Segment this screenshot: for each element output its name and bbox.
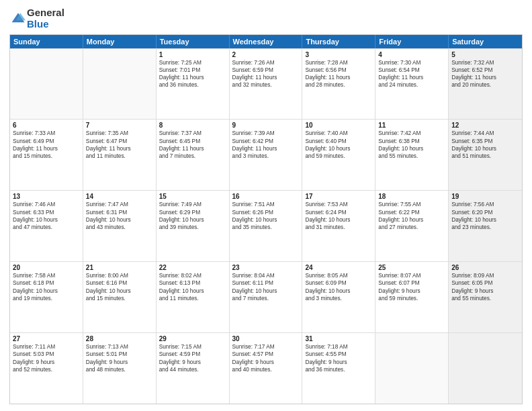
- calendar: SundayMondayTuesdayWednesdayThursdayFrid…: [9, 34, 523, 405]
- daylight-text-cont: and 59 minutes.: [378, 295, 445, 302]
- day-number: 29: [159, 335, 226, 342]
- sunset-text: Sunset: 6:24 PM: [305, 209, 372, 216]
- cal-cell: [449, 333, 522, 404]
- daylight-text: Daylight: 10 hours: [86, 216, 153, 224]
- daylight-text: Daylight: 10 hours: [232, 216, 300, 224]
- daylight-text: Daylight: 11 hours: [159, 74, 226, 81]
- cal-cell: 1Sunrise: 7:25 AMSunset: 7:01 PMDaylight…: [157, 49, 230, 120]
- cal-cell: 31Sunrise: 7:18 AMSunset: 4:55 PMDayligh…: [302, 333, 375, 404]
- daylight-text: Daylight: 10 hours: [159, 287, 226, 295]
- sunset-text: Sunset: 6:07 PM: [378, 279, 445, 287]
- sunset-text: Sunset: 6:42 PM: [232, 138, 300, 145]
- cal-cell: 4Sunrise: 7:30 AMSunset: 6:54 PMDaylight…: [375, 49, 449, 120]
- daylight-text-cont: and 28 minutes.: [305, 81, 372, 89]
- cal-cell: 7Sunrise: 7:35 AMSunset: 6:47 PMDaylight…: [83, 120, 157, 190]
- daylight-text: Daylight: 10 hours: [305, 145, 372, 152]
- sunset-text: Sunset: 6:35 PM: [451, 138, 519, 145]
- cal-cell: 5Sunrise: 7:32 AMSunset: 6:52 PMDaylight…: [449, 49, 522, 120]
- cal-cell: 9Sunrise: 7:39 AMSunset: 6:42 PMDaylight…: [230, 120, 303, 190]
- sunrise-text: Sunrise: 7:28 AM: [305, 59, 372, 66]
- daylight-text: Daylight: 9 hours: [451, 287, 519, 295]
- daylight-text: Daylight: 9 hours: [378, 287, 445, 295]
- cal-cell: 25Sunrise: 8:07 AMSunset: 6:07 PMDayligh…: [375, 262, 449, 332]
- daylight-text: Daylight: 11 hours: [86, 145, 153, 152]
- day-number: 25: [378, 264, 445, 271]
- daylight-text-cont: and 36 minutes.: [159, 81, 226, 89]
- day-number: 7: [86, 122, 153, 129]
- daylight-text-cont: and 19 minutes.: [13, 295, 80, 302]
- daylight-text: Daylight: 10 hours: [451, 145, 519, 152]
- sunset-text: Sunset: 4:59 PM: [159, 351, 226, 358]
- cal-cell: 23Sunrise: 8:04 AMSunset: 6:11 PMDayligh…: [230, 262, 303, 332]
- sunset-text: Sunset: 6:47 PM: [86, 138, 153, 145]
- sunrise-text: Sunrise: 7:17 AM: [232, 343, 300, 351]
- sunset-text: Sunset: 6:18 PM: [13, 279, 80, 287]
- calendar-body: 1Sunrise: 7:25 AMSunset: 7:01 PMDaylight…: [10, 48, 522, 404]
- cal-cell: 2Sunrise: 7:26 AMSunset: 6:59 PMDaylight…: [230, 49, 303, 120]
- daylight-text-cont: and 44 minutes.: [159, 366, 226, 373]
- daylight-text-cont: and 15 minutes.: [13, 152, 80, 160]
- day-number: 13: [13, 193, 80, 200]
- daylight-text-cont: and 32 minutes.: [232, 81, 300, 89]
- cal-cell: 21Sunrise: 8:00 AMSunset: 6:16 PMDayligh…: [83, 262, 157, 332]
- daylight-text: Daylight: 10 hours: [86, 287, 153, 295]
- sunset-text: Sunset: 6:11 PM: [232, 279, 300, 287]
- logo-icon: [11, 11, 26, 26]
- sunrise-text: Sunrise: 7:58 AM: [13, 272, 80, 279]
- daylight-text-cont: and 55 minutes.: [378, 152, 445, 160]
- cal-cell: 11Sunrise: 7:42 AMSunset: 6:38 PMDayligh…: [375, 120, 449, 190]
- daylight-text-cont: and 15 minutes.: [86, 295, 153, 302]
- cal-cell: 24Sunrise: 8:05 AMSunset: 6:09 PMDayligh…: [302, 262, 375, 332]
- sunrise-text: Sunrise: 7:39 AM: [232, 130, 300, 137]
- sunrise-text: Sunrise: 8:00 AM: [86, 272, 153, 279]
- cal-cell: 30Sunrise: 7:17 AMSunset: 4:57 PMDayligh…: [230, 333, 303, 404]
- sunset-text: Sunset: 6:26 PM: [232, 209, 300, 216]
- sunset-text: Sunset: 4:55 PM: [305, 351, 372, 358]
- daylight-text-cont: and 55 minutes.: [451, 295, 519, 302]
- cal-cell: 22Sunrise: 8:02 AMSunset: 6:13 PMDayligh…: [157, 262, 230, 332]
- cal-cell: 16Sunrise: 7:51 AMSunset: 6:26 PMDayligh…: [230, 191, 303, 261]
- daylight-text: Daylight: 9 hours: [232, 359, 300, 366]
- daylight-text: Daylight: 9 hours: [13, 359, 80, 366]
- sunset-text: Sunset: 5:01 PM: [86, 351, 153, 358]
- day-number: 5: [451, 51, 519, 58]
- daylight-text-cont: and 3 minutes.: [305, 295, 372, 302]
- sunset-text: Sunset: 6:38 PM: [378, 138, 445, 145]
- cal-cell: 3Sunrise: 7:28 AMSunset: 6:56 PMDaylight…: [302, 49, 375, 120]
- day-number: 8: [159, 122, 226, 129]
- sunrise-text: Sunrise: 7:55 AM: [378, 201, 445, 208]
- cal-header-sunday: Sunday: [10, 35, 83, 48]
- logo: General Blue: [9, 7, 64, 30]
- daylight-text: Daylight: 10 hours: [13, 287, 80, 295]
- day-number: 24: [305, 264, 372, 271]
- logo-general: General: [27, 7, 64, 18]
- sunset-text: Sunset: 6:33 PM: [13, 209, 80, 216]
- sunset-text: Sunset: 6:52 PM: [451, 66, 519, 74]
- sunrise-text: Sunrise: 7:32 AM: [451, 59, 519, 66]
- cal-cell: [375, 333, 449, 404]
- cal-cell: 12Sunrise: 7:44 AMSunset: 6:35 PMDayligh…: [449, 120, 522, 190]
- sunset-text: Sunset: 6:45 PM: [159, 138, 226, 145]
- daylight-text-cont: and 43 minutes.: [86, 224, 153, 231]
- header: General Blue: [9, 7, 523, 30]
- cal-cell: 17Sunrise: 7:53 AMSunset: 6:24 PMDayligh…: [302, 191, 375, 261]
- cal-week-3: 13Sunrise: 7:46 AMSunset: 6:33 PMDayligh…: [10, 190, 522, 261]
- day-number: 1: [159, 51, 226, 58]
- cal-week-4: 20Sunrise: 7:58 AMSunset: 6:18 PMDayligh…: [10, 261, 522, 332]
- sunrise-text: Sunrise: 8:07 AM: [378, 272, 445, 279]
- sunrise-text: Sunrise: 7:53 AM: [305, 201, 372, 208]
- daylight-text-cont: and 11 minutes.: [86, 152, 153, 160]
- cal-cell: 15Sunrise: 7:49 AMSunset: 6:29 PMDayligh…: [157, 191, 230, 261]
- sunrise-text: Sunrise: 8:04 AM: [232, 272, 300, 279]
- daylight-text: Daylight: 9 hours: [305, 359, 372, 366]
- cal-cell: 20Sunrise: 7:58 AMSunset: 6:18 PMDayligh…: [10, 262, 83, 332]
- day-number: 11: [378, 122, 445, 129]
- cal-week-5: 27Sunrise: 7:11 AMSunset: 5:03 PMDayligh…: [10, 332, 522, 404]
- day-number: 2: [232, 51, 300, 58]
- sunset-text: Sunset: 6:54 PM: [378, 66, 445, 74]
- sunrise-text: Sunrise: 7:30 AM: [378, 59, 445, 66]
- cal-cell: 18Sunrise: 7:55 AMSunset: 6:22 PMDayligh…: [375, 191, 449, 261]
- sunrise-text: Sunrise: 7:44 AM: [451, 130, 519, 137]
- daylight-text-cont: and 51 minutes.: [451, 152, 519, 160]
- sunrise-text: Sunrise: 7:51 AM: [232, 201, 300, 208]
